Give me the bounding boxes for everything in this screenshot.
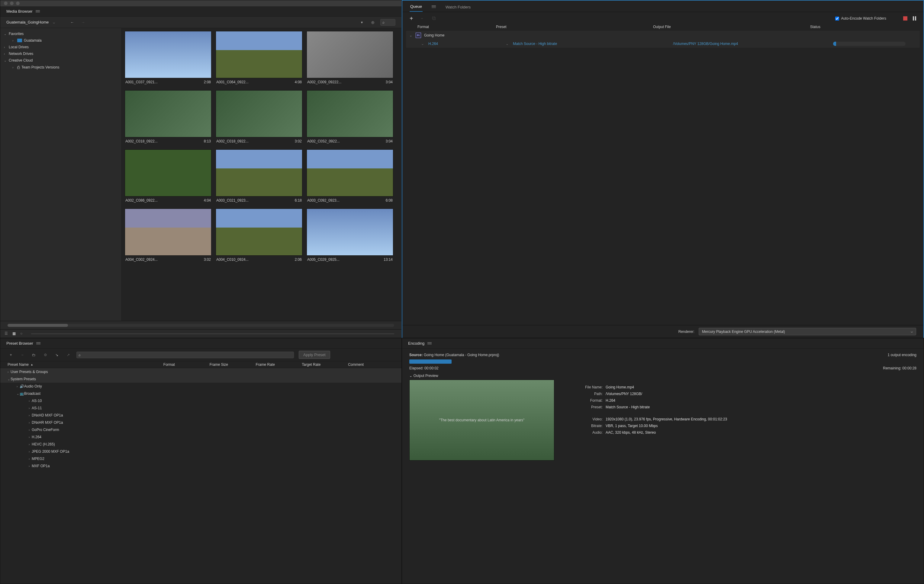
nav-forward-icon[interactable]: →	[80, 19, 86, 26]
clip-duration: 6:18	[295, 198, 302, 202]
list-view-icon[interactable]: ☰	[5, 331, 9, 336]
horizontal-scrollbar[interactable]	[8, 324, 394, 327]
chevron-down-icon: ⌄	[4, 32, 7, 36]
panel-menu-icon[interactable]	[427, 341, 432, 345]
preset-item[interactable]: ›GoPro CineForm	[0, 426, 401, 433]
preset-item[interactable]: ›DNxHR MXF OP1a	[0, 419, 401, 426]
clip-thumbnail[interactable]: A001_C037_0921...2:08	[125, 31, 211, 86]
queue-output-row[interactable]: ⌄ H.264 ⌄ Match Source - High bitrate /V…	[406, 40, 920, 48]
traffic-max[interactable]	[16, 2, 20, 5]
duplicate-button[interactable]: ⿻	[431, 15, 437, 22]
clip-thumbnail[interactable]: A005_C029_0925...13:14	[307, 209, 393, 263]
clip-duration: 3:02	[295, 139, 302, 143]
preset-item[interactable]: ⌄System Presets	[0, 375, 401, 383]
preset-header-framerate[interactable]: Frame Rate	[256, 362, 302, 367]
media-search-input[interactable]: ⌕	[380, 19, 395, 26]
job-format[interactable]: H.264	[428, 42, 503, 46]
chevron-icon: ›	[29, 464, 32, 468]
preset-item[interactable]: ›H.264	[0, 433, 401, 441]
clip-thumbnail[interactable]: A002_C018_0922...8:13	[125, 90, 211, 145]
preset-label: JPEG 2000 MXF OP1a	[32, 449, 69, 454]
chevron-icon: ›	[29, 399, 32, 403]
preset-header-framesize[interactable]: Frame Size	[210, 362, 256, 367]
thumbnail-view-icon[interactable]: ▦	[12, 331, 17, 336]
preset-item[interactable]: ›🔊 Audio Only	[0, 383, 401, 390]
sidebar-team-projects[interactable]: ›⎙Team Projects Versions	[0, 64, 121, 71]
clip-thumbnail[interactable]: A003_C092_0923...6:08	[307, 150, 393, 204]
apply-preset-button[interactable]: Apply Preset	[299, 351, 330, 359]
preset-header-comment[interactable]: Comment	[348, 362, 394, 367]
sidebar-item-guatamala[interactable]: ›Guatamala	[0, 37, 121, 44]
clip-duration: 3:04	[386, 139, 393, 143]
preset-browser-title: Preset Browser	[7, 341, 33, 345]
chevron-down-icon[interactable]: ⌄	[409, 373, 412, 378]
add-source-button[interactable]: +	[409, 15, 413, 22]
preview-thumbnail: "The best documentary about Latin Americ…	[409, 380, 554, 461]
clip-thumbnail[interactable]: A002_C0S2_0922...3:04	[307, 90, 393, 145]
encoding-panel: Encoding Source: Going Home (Guatamala -…	[402, 338, 924, 584]
traffic-min[interactable]	[10, 2, 13, 5]
queue-header-preset: Preset	[496, 25, 653, 29]
job-output[interactable]: /Volumes/PNY 128GB/Going Home.mp4	[673, 42, 830, 46]
traffic-close[interactable]	[4, 2, 8, 5]
clip-thumbnail[interactable]: A004_C002_0924...3:02	[125, 209, 211, 263]
clip-thumbnail[interactable]: A003_C021_0923...6:18	[216, 150, 302, 204]
preset-item[interactable]: ›DNxHD MXF OP1a	[0, 412, 401, 419]
preset-header-targetrate[interactable]: Target Rate	[302, 362, 348, 367]
remove-button[interactable]: −	[419, 15, 425, 22]
preset-search-input[interactable]: ⌕	[76, 352, 294, 358]
sidebar-network-drives[interactable]: ›Network Drives	[0, 50, 121, 57]
chevron-icon: ›	[16, 385, 20, 388]
clip-thumbnail[interactable]: A001_C064_0922...4:08	[216, 31, 302, 86]
sidebar-creative-cloud[interactable]: ⌄Creative Cloud	[0, 57, 121, 64]
panel-menu-icon[interactable]	[36, 341, 40, 345]
preset-label: MXF OP1a	[32, 464, 50, 468]
info-preset: Match Source - High bitrate	[606, 405, 650, 409]
import-preset-button[interactable]: ↘	[53, 352, 60, 358]
preset-label: System Presets	[11, 377, 36, 381]
thumbnail-size-icon[interactable]: ○	[20, 331, 25, 336]
preset-item[interactable]: ›User Presets & Groups	[0, 368, 401, 375]
sidebar-favorites[interactable]: ⌄Favorites	[0, 30, 121, 37]
clip-name: A003_C092_0923...	[307, 198, 340, 202]
elapsed-value: 00:00:02	[424, 366, 439, 370]
clip-thumbnail[interactable]: A004_C010_0924...2:06	[216, 209, 302, 263]
clip-thumbnail[interactable]: A002_C086_0922...4:04	[125, 150, 211, 204]
clip-thumbnail[interactable]: A002_C018_0922...3:02	[216, 90, 302, 145]
queue-job[interactable]: ⌄ Pr Going Home ⌄ H.264 ⌄ Match Source -…	[406, 31, 920, 48]
preset-item[interactable]: ⌄📺 Broadcast	[0, 390, 401, 397]
delete-preset-button[interactable]: −	[19, 352, 26, 358]
export-preset-button[interactable]: ↗	[65, 352, 72, 358]
sidebar-local-drives[interactable]: ›Local Drives	[0, 44, 121, 50]
auto-encode-checkbox[interactable]: Auto-Encode Watch Folders	[835, 16, 886, 21]
tab-watch-folders[interactable]: Watch Folders	[445, 2, 471, 12]
preset-header-name[interactable]: Preset Name▲	[8, 362, 163, 367]
path-dropdown[interactable]: Guatemala_GoingHome	[7, 20, 49, 25]
preset-item[interactable]: ›MXF OP1a	[0, 462, 401, 470]
ingest-icon[interactable]: ◎	[370, 19, 376, 26]
preset-item[interactable]: ›JPEG 2000 MXF OP1a	[0, 448, 401, 455]
nav-back-icon[interactable]: ←	[69, 19, 76, 26]
chevron-down-icon[interactable]: ⌄	[409, 34, 412, 37]
clip-name: A004_C002_0924...	[125, 257, 158, 262]
clip-name: A001_C037_0921...	[125, 80, 158, 84]
chevron-down-icon[interactable]: ⌵	[53, 20, 55, 25]
stop-queue-button[interactable]	[903, 16, 908, 21]
renderer-dropdown[interactable]: Mercury Playback Engine GPU Acceleration…	[699, 328, 916, 335]
panel-menu-icon[interactable]	[36, 9, 40, 13]
preset-item[interactable]: ›HEVC (H.265)	[0, 441, 401, 448]
preset-header-format[interactable]: Format	[163, 362, 210, 367]
new-preset-button[interactable]: +	[8, 352, 14, 358]
panel-menu-icon[interactable]	[432, 5, 436, 9]
preset-item[interactable]: ›AS-10	[0, 397, 401, 405]
job-preset[interactable]: Match Source - High bitrate	[513, 42, 670, 46]
folder-icon	[17, 39, 22, 42]
tab-queue[interactable]: Queue	[409, 2, 422, 12]
preset-item[interactable]: ›AS-11	[0, 405, 401, 412]
pause-queue-button[interactable]	[913, 16, 916, 21]
clip-thumbnail[interactable]: A002_C009_09222...3:04	[307, 31, 393, 86]
preset-item[interactable]: ›MPEG2	[0, 455, 401, 462]
new-group-button[interactable]: 🗀	[31, 352, 37, 358]
preset-settings-button[interactable]: ⚙	[42, 352, 49, 358]
filter-icon[interactable]: ▾	[358, 19, 365, 26]
